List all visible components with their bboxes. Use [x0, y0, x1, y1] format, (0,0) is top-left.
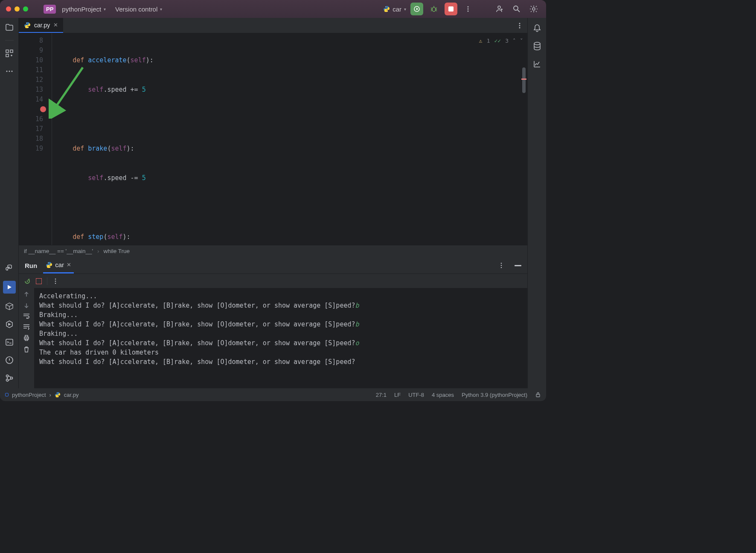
right-tool-stripe [527, 18, 546, 388]
console-line: Braking... [39, 329, 522, 338]
interpreter[interactable]: Python 3.9 (pythonProject) [462, 392, 527, 398]
run-tool-button[interactable] [3, 281, 16, 294]
problems-tool-button[interactable] [4, 355, 15, 365]
code-editor[interactable]: 8 9 10 11 12 13 14 16 17 18 19 def accel… [19, 33, 527, 245]
code-content[interactable]: def accelerate(self): self.speed += 5 de… [52, 33, 527, 245]
maximize-window-button[interactable] [23, 6, 28, 12]
console-output[interactable]: Accelerating...What should I do? [A]ccel… [34, 288, 527, 388]
soft-wrap-button[interactable] [23, 314, 30, 319]
services-tool-button[interactable] [4, 319, 15, 329]
terminal-tool-button[interactable] [4, 337, 15, 347]
navigation-bar[interactable]: pythonProject › car.py [5, 392, 79, 398]
svg-point-24 [519, 23, 520, 24]
line-number[interactable]: 12 [19, 75, 43, 85]
console-line: What should I do? [A]ccelerate, [B]rake,… [39, 338, 522, 348]
svg-point-14 [6, 71, 7, 72]
scroll-up-button[interactable] [23, 291, 29, 297]
run-config-label: car [393, 6, 401, 13]
run-tab-label: car [55, 261, 64, 268]
console-line: Accelerating... [39, 291, 522, 301]
svg-rect-40 [25, 339, 28, 341]
clear-button[interactable] [23, 346, 29, 353]
breadcrumb-bar[interactable]: if __name__ == '__main__' › while True [19, 245, 527, 257]
caret-position[interactable]: 27:1 [376, 392, 387, 398]
svg-point-5 [468, 9, 469, 10]
svg-point-25 [519, 25, 520, 26]
project-tool-button[interactable] [4, 22, 15, 32]
lock-icon[interactable] [535, 392, 541, 398]
line-number[interactable]: 9 [19, 46, 43, 55]
svg-rect-3 [448, 6, 454, 12]
navbar-file[interactable]: car.py [64, 392, 79, 398]
svg-rect-12 [6, 54, 9, 57]
project-badge: PP [44, 5, 56, 14]
toolbar-more[interactable] [52, 278, 58, 284]
line-number[interactable]: 19 [19, 144, 43, 154]
encoding[interactable]: UTF-8 [408, 392, 424, 398]
tab-close-button[interactable]: ✕ [53, 22, 58, 28]
code-with-me-button[interactable] [493, 3, 506, 15]
breadcrumb-item[interactable]: if __name__ == '__main__' [24, 248, 93, 254]
breakpoint-icon[interactable] [40, 106, 46, 112]
close-window-button[interactable] [6, 6, 11, 12]
editor-gutter[interactable]: 8 9 10 11 12 13 14 16 17 18 19 [19, 33, 52, 245]
vcs-label: Version control [115, 6, 157, 13]
svg-point-21 [10, 377, 12, 379]
version-control-menu[interactable]: Version control ▾ [115, 6, 162, 13]
stop-button[interactable] [445, 3, 457, 15]
python-console-button[interactable] [4, 263, 15, 273]
minimize-window-button[interactable] [15, 6, 20, 12]
structure-tool-button[interactable] [4, 48, 15, 58]
chevron-down-icon: ▾ [404, 7, 406, 12]
line-number[interactable]: 17 [19, 124, 43, 134]
run-tool-hide[interactable] [515, 265, 521, 266]
line-number[interactable]: 18 [19, 134, 43, 144]
indent[interactable]: 4 spaces [432, 392, 454, 398]
run-config-selector[interactable]: car ▾ [383, 6, 406, 13]
line-separator[interactable]: LF [394, 392, 401, 398]
error-stripe-mark[interactable] [521, 79, 526, 80]
run-toolbar [19, 274, 527, 288]
print-button[interactable] [23, 335, 30, 341]
toolbar-right: car ▾ [383, 3, 540, 15]
python-packages-button[interactable] [4, 301, 15, 311]
tab-filename: car.py [34, 22, 50, 29]
next-highlight-button[interactable]: ˅ [520, 36, 523, 46]
line-number[interactable]: 14 [19, 95, 43, 105]
search-button[interactable] [510, 3, 523, 15]
line-number[interactable] [19, 105, 43, 114]
inspection-widget[interactable]: ⚠1 ✓✓3 ˄ ˅ [479, 36, 523, 46]
line-number[interactable]: 11 [19, 65, 43, 75]
run-tab-car[interactable]: car ✕ [43, 257, 74, 274]
settings-button[interactable] [527, 3, 540, 15]
editor-tab-car[interactable]: car.py ✕ [19, 18, 63, 33]
vcs-tool-button[interactable] [4, 373, 15, 383]
scroll-down-button[interactable] [23, 303, 29, 309]
breadcrumb-item[interactable]: while True [104, 248, 130, 254]
editor-tabs-menu[interactable] [512, 18, 527, 33]
scroll-to-end-button[interactable] [23, 324, 30, 330]
run-button[interactable] [410, 3, 423, 15]
notifications-button[interactable] [532, 23, 542, 33]
rerun-button[interactable] [24, 278, 31, 285]
more-actions-button[interactable] [462, 3, 474, 15]
warning-icon: ⚠ [479, 36, 483, 46]
line-number[interactable]: 16 [19, 114, 43, 124]
database-tool-button[interactable] [532, 41, 542, 51]
run-tab-close[interactable]: ✕ [67, 262, 71, 268]
run-tool-more[interactable] [498, 262, 504, 268]
sciview-tool-button[interactable] [532, 59, 542, 69]
project-selector[interactable]: pythonProject ▾ [62, 6, 106, 13]
stop-button[interactable] [36, 278, 42, 284]
line-number[interactable]: 13 [19, 85, 43, 95]
python-icon [383, 6, 390, 12]
window-controls [6, 6, 28, 12]
editor-scrollbar[interactable] [522, 67, 526, 93]
more-tools-button[interactable] [4, 66, 15, 76]
line-number[interactable]: 10 [19, 55, 43, 65]
debug-button[interactable] [427, 3, 440, 15]
navbar-project[interactable]: pythonProject [12, 392, 46, 398]
prev-highlight-button[interactable]: ˄ [513, 36, 516, 46]
line-number[interactable]: 8 [19, 36, 43, 46]
svg-point-9 [532, 8, 535, 10]
